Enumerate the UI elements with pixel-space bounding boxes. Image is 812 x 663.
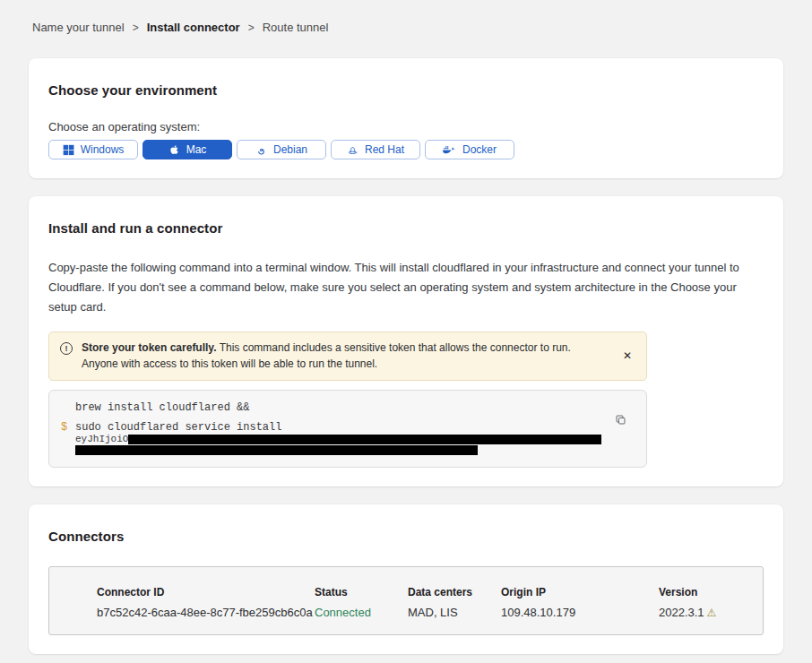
alert-circle-icon: ! [60, 342, 73, 355]
environment-card-title: Choose your environment [48, 82, 764, 98]
os-button-label: Red Hat [365, 143, 404, 156]
token-prefix: eyJhIjoiO [75, 434, 128, 444]
version-warning-icon: ⚠ [707, 607, 717, 619]
cell-connector-id: b7c52c42-6caa-48ee-8c77-fbe259cb6c0a [97, 606, 315, 619]
breadcrumb: Name your tunnel > Install connector > R… [29, 0, 783, 34]
breadcrumb-separator: > [248, 22, 255, 34]
column-header-version: Version [659, 586, 754, 598]
column-header-origin-ip: Origin IP [501, 586, 659, 598]
debian-icon [255, 144, 267, 156]
version-value: 2022.3.1 [659, 606, 704, 619]
connectors-table: Connector ID Status Data centers Origin … [48, 566, 764, 635]
docker-icon [443, 145, 456, 155]
token-warning-bold: Store your token carefully. [82, 341, 217, 354]
os-button-windows[interactable]: Windows [48, 140, 138, 159]
cell-origin-ip: 109.48.10.179 [501, 606, 659, 619]
connectors-card: Connectors Connector ID Status Data cent… [29, 504, 783, 654]
shell-prompt: $ [61, 421, 67, 435]
os-button-label: Mac [186, 143, 207, 156]
breadcrumb-step-name-your-tunnel[interactable]: Name your tunnel [32, 21, 125, 34]
status-badge: Connected [315, 606, 408, 619]
cell-data-centers: MAD, LIS [408, 606, 501, 619]
apple-icon [168, 143, 180, 156]
redacted-token-bar [75, 445, 478, 455]
os-button-debian[interactable]: Debian [237, 140, 326, 159]
os-button-docker[interactable]: Docker [425, 140, 514, 159]
install-description: Copy-paste the following command into a … [48, 258, 764, 317]
cell-version: 2022.3.1⚠ [659, 606, 754, 619]
breadcrumb-separator: > [133, 22, 139, 34]
os-button-redhat[interactable]: Red Hat [331, 140, 420, 159]
token-line-2 [75, 445, 610, 456]
column-header-connector-id: Connector ID [97, 586, 315, 598]
install-card-title: Install and run a connector [48, 220, 764, 236]
environment-card: Choose your environment Choose an operat… [29, 58, 783, 178]
page: Name your tunnel > Install connector > R… [0, 0, 812, 663]
token-warning-text: Store your token carefully. This command… [82, 340, 610, 372]
redhat-icon [347, 144, 358, 156]
copy-icon[interactable] [615, 414, 626, 428]
token-warning-banner: ! Store your token carefully. This comma… [48, 332, 647, 381]
os-select-label: Choose an operating system: [48, 120, 764, 133]
breadcrumb-step-install-connector[interactable]: Install connector [147, 21, 240, 34]
code-line-sudo: sudo cloudflared service install [75, 421, 610, 435]
token-line-1: eyJhIjoiO [75, 435, 610, 445]
os-button-label: Debian [273, 143, 307, 156]
column-header-status: Status [315, 586, 408, 598]
connectors-card-title: Connectors [48, 529, 764, 544]
install-card: Install and run a connector Copy-paste t… [29, 196, 783, 486]
redacted-token-bar [128, 435, 601, 444]
os-button-mac[interactable]: Mac [143, 140, 232, 159]
os-button-label: Windows [81, 143, 125, 156]
code-line-brew: brew install cloudflared && [75, 401, 610, 415]
install-command-codeblock: brew install cloudflared && $ sudo cloud… [48, 390, 647, 468]
os-button-label: Docker [462, 143, 497, 156]
close-icon[interactable]: ✕ [619, 348, 635, 364]
column-header-data-centers: Data centers [408, 586, 501, 598]
os-button-group: Windows Mac Debian Red Hat [48, 140, 764, 159]
windows-icon [63, 144, 74, 156]
breadcrumb-step-route-tunnel[interactable]: Route tunnel [263, 21, 329, 34]
